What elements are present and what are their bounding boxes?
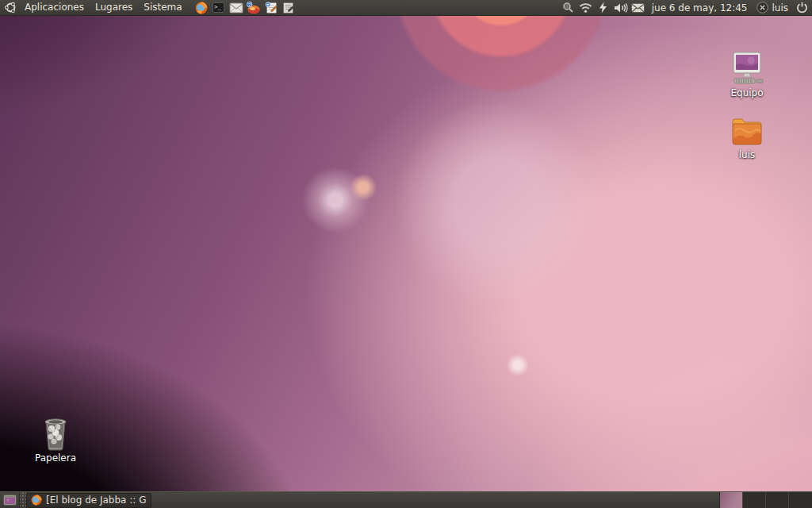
menu-aplicaciones[interactable]: Aplicaciones [19, 0, 90, 16]
show-desktop-button[interactable] [0, 492, 20, 508]
network-wifi-icon[interactable] [577, 0, 595, 16]
workspace-2[interactable] [743, 492, 766, 508]
svg-text:?: ? [248, 2, 251, 6]
ubuntu-logo-icon[interactable] [2, 0, 19, 16]
text-editor-launcher-icon[interactable] [280, 0, 297, 16]
workspace-3[interactable] [766, 492, 789, 508]
username-label: luis [772, 2, 788, 13]
top-panel: Aplicaciones Lugares Sistema >_ ? [0, 0, 812, 16]
search-indicator-icon[interactable] [560, 0, 577, 16]
trash-icon [40, 416, 71, 451]
window-list-handle[interactable] [20, 492, 26, 508]
folder-icon [730, 116, 764, 148]
desktop-icon-label: Equipo [730, 88, 763, 98]
desktop-icon-luis-folder[interactable]: luis [717, 116, 777, 160]
volume-icon[interactable] [612, 0, 630, 16]
window-title: [El blog de Jabba :: GNU... [46, 495, 147, 506]
power-session-icon[interactable] [793, 0, 810, 16]
messaging-envelope-icon[interactable] [630, 0, 647, 16]
mail-launcher-icon[interactable] [228, 0, 245, 16]
battery-power-icon[interactable] [595, 0, 612, 16]
bottom-panel: [El blog de Jabba :: GNU... [0, 491, 812, 508]
workspace-4[interactable] [789, 492, 812, 508]
me-menu[interactable]: luis [752, 2, 793, 13]
workspace-switcher [719, 492, 812, 508]
taskbar-window-button[interactable]: [El blog de Jabba :: GNU... [26, 493, 151, 508]
menu-lugares[interactable]: Lugares [90, 0, 138, 16]
computer-icon [730, 51, 764, 86]
desktop-icon-equipo[interactable]: Equipo [717, 51, 777, 98]
desktop-wallpaper [0, 0, 812, 508]
writer-document-launcher-icon[interactable] [262, 0, 280, 16]
desktop-icon-papelera[interactable]: Papelera [25, 416, 86, 464]
show-desktop-icon [3, 495, 17, 506]
desktop-icon-label: Papelera [35, 453, 76, 464]
workspace-1[interactable] [720, 492, 743, 508]
menu-sistema[interactable]: Sistema [138, 0, 187, 16]
palette-launcher-icon[interactable]: ? [245, 0, 262, 16]
firefox-launcher-icon[interactable] [193, 0, 210, 16]
terminal-launcher-icon[interactable]: >_ [210, 0, 228, 16]
clock[interactable]: jue 6 de may, 12:45 [647, 2, 753, 13]
presence-offline-icon [756, 2, 768, 13]
firefox-window-icon [31, 495, 42, 506]
desktop-icon-label: luis [739, 150, 756, 160]
